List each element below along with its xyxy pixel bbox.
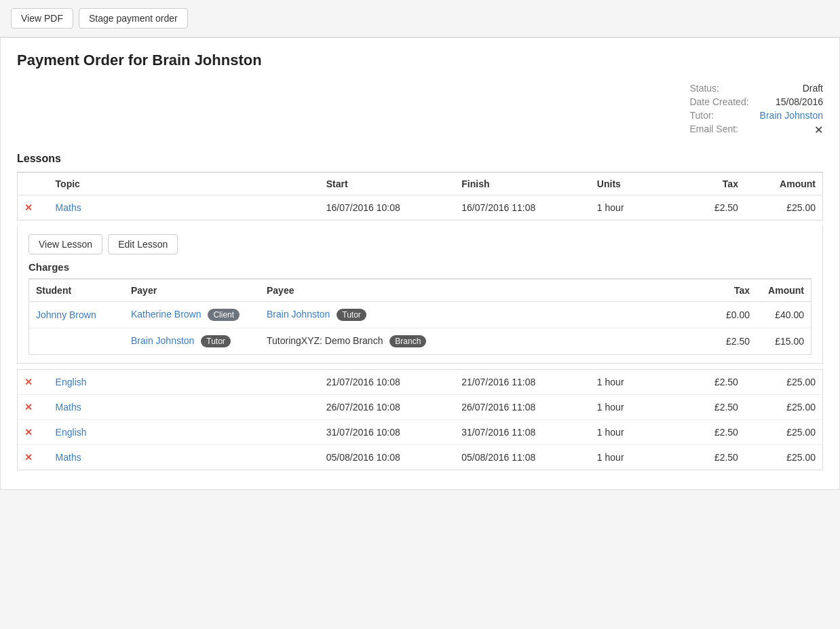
- table-row: ✕ English 21/07/2016 10:08 21/07/2016 11…: [18, 370, 822, 395]
- units-cell: 1 hour: [590, 445, 668, 470]
- charge-student-2: [29, 328, 124, 355]
- view-pdf-button[interactable]: View PDF: [11, 8, 73, 28]
- status-label: Status:: [689, 83, 748, 94]
- tutor-value[interactable]: Brain Johnston: [760, 110, 823, 121]
- charges-col-payee-header: Payee: [260, 280, 702, 302]
- email-sent-label: Email Sent:: [689, 123, 748, 136]
- charge-payee-2: TutoringXYZ: Demo Branch Branch: [260, 328, 702, 355]
- main-content: Payment Order for Brain Johnston Status:…: [0, 37, 840, 490]
- date-created-label: Date Created:: [689, 96, 748, 107]
- charges-table: Student Payer Payee Tax Amount Johnny Br…: [29, 279, 811, 354]
- branch-badge-2: Branch: [389, 335, 426, 347]
- remove-cell: ✕: [18, 395, 49, 420]
- charges-table-wrapper: Student Payer Payee Tax Amount Johnny Br…: [28, 278, 812, 355]
- charges-col-tax-header: Tax: [702, 280, 757, 302]
- charge-student-1: Johnny Brown: [29, 302, 124, 328]
- topic-link-5[interactable]: Maths: [56, 452, 81, 463]
- charges-col-payer-header: Payer: [124, 280, 260, 302]
- amount-cell: £25.00: [745, 420, 822, 445]
- remove-lesson-5-button[interactable]: ✕: [24, 452, 33, 463]
- start-cell: 31/07/2016 10:08: [320, 420, 455, 445]
- charge-payer-1: Katherine Brown Client: [124, 302, 260, 328]
- amount-cell: £25.00: [745, 370, 822, 395]
- finish-cell: 21/07/2016 11:08: [455, 370, 590, 395]
- col-start-header: Start: [320, 173, 455, 195]
- tutor-badge-2: Tutor: [201, 335, 231, 347]
- charge-student-link-1[interactable]: Johnny Brown: [36, 309, 96, 320]
- topic-cell: English: [49, 420, 320, 445]
- col-units-header: Units: [590, 173, 668, 195]
- remove-cell: ✕: [18, 195, 49, 221]
- start-cell: 21/07/2016 10:08: [320, 370, 455, 395]
- col-finish-header: Finish: [455, 173, 590, 195]
- lessons-table-header: Topic Start Finish Units Tax Amount ✕: [18, 172, 822, 220]
- charge-payer-link-2[interactable]: Brain Johnston: [131, 335, 194, 346]
- charge-payer-2: Brain Johnston Tutor: [124, 328, 260, 355]
- lesson-table-wrapper-1: Topic Start Finish Units Tax Amount ✕: [17, 172, 823, 221]
- tax-cell: £2.50: [668, 420, 745, 445]
- charge-tax-1: £0.00: [702, 302, 757, 328]
- topic-link-4[interactable]: English: [56, 427, 87, 438]
- status-table: Status: Draft Date Created: 15/08/2016 T…: [689, 83, 823, 136]
- finish-cell: 16/07/2016 11:08: [455, 195, 590, 221]
- tutor-label: Tutor:: [689, 110, 748, 121]
- charge-payee-link-1[interactable]: Brain Johnston: [267, 309, 330, 320]
- topic-link-3[interactable]: Maths: [56, 402, 81, 413]
- amount-cell: £25.00: [745, 395, 822, 420]
- charges-col-student-header: Student: [29, 280, 124, 302]
- expanded-lesson-section: View Lesson Edit Lesson Charges Student …: [17, 226, 823, 364]
- remove-lesson-2-button[interactable]: ✕: [24, 377, 33, 387]
- view-lesson-button[interactable]: View Lesson: [28, 234, 102, 254]
- charge-amount-1: £40.00: [757, 302, 811, 328]
- page-title: Payment Order for Brain Johnston: [17, 52, 823, 69]
- charge-payer-link-1[interactable]: Katherine Brown: [131, 309, 202, 320]
- topic-link-2[interactable]: English: [56, 377, 87, 387]
- remaining-lessons-table: ✕ English 21/07/2016 10:08 21/07/2016 11…: [18, 370, 822, 470]
- start-cell: 26/07/2016 10:08: [320, 395, 455, 420]
- charge-payee-text-2: TutoringXYZ: Demo Branch: [267, 335, 383, 346]
- lessons-title: Lessons: [17, 153, 823, 165]
- units-cell: 1 hour: [590, 395, 668, 420]
- charge-tax-2: £2.50: [702, 328, 757, 355]
- table-row: ✕ Maths 16/07/2016 10:08 16/07/2016 11:0…: [18, 195, 822, 221]
- start-cell: 16/07/2016 10:08: [320, 195, 455, 221]
- tutor-badge-1: Tutor: [337, 309, 366, 321]
- finish-cell: 26/07/2016 11:08: [455, 395, 590, 420]
- start-cell: 05/08/2016 10:08: [320, 445, 455, 470]
- col-amount-header: Amount: [745, 173, 822, 195]
- remove-lesson-button[interactable]: ✕: [24, 202, 33, 213]
- stage-payment-order-button[interactable]: Stage payment order: [79, 8, 188, 28]
- tax-cell: £2.50: [668, 395, 745, 420]
- col-tax-header: Tax: [668, 173, 745, 195]
- charge-payee-1: Brain Johnston Tutor: [260, 302, 702, 328]
- finish-cell: 05/08/2016 11:08: [455, 445, 590, 470]
- amount-cell: £25.00: [745, 195, 822, 221]
- email-sent-value: ✕: [760, 123, 823, 136]
- tax-cell: £2.50: [668, 370, 745, 395]
- client-badge-1: Client: [208, 309, 240, 321]
- units-cell: 1 hour: [590, 195, 668, 221]
- charge-row-1: Johnny Brown Katherine Brown Client Brai…: [29, 302, 811, 328]
- edit-lesson-button[interactable]: Edit Lesson: [108, 234, 178, 254]
- charges-col-amount-header: Amount: [757, 280, 811, 302]
- status-block: Status: Draft Date Created: 15/08/2016 T…: [17, 83, 823, 136]
- amount-cell: £25.00: [745, 445, 822, 470]
- col-topic-header: Topic: [49, 173, 320, 195]
- topic-cell: Maths: [49, 195, 320, 221]
- lessons-section: Lessons Topic Start Finish Units Tax Amo…: [17, 153, 823, 470]
- remove-lesson-4-button[interactable]: ✕: [24, 427, 33, 438]
- charges-title: Charges: [28, 261, 812, 273]
- units-cell: 1 hour: [590, 420, 668, 445]
- remove-cell: ✕: [18, 420, 49, 445]
- toolbar: View PDF Stage payment order: [0, 0, 840, 37]
- topic-cell: English: [49, 370, 320, 395]
- status-value: Draft: [760, 83, 823, 94]
- charge-amount-2: £15.00: [757, 328, 811, 355]
- remove-lesson-3-button[interactable]: ✕: [24, 402, 33, 413]
- topic-cell: Maths: [49, 445, 320, 470]
- table-row: ✕ Maths 05/08/2016 10:08 05/08/2016 11:0…: [18, 445, 822, 470]
- lesson-actions: View Lesson Edit Lesson: [28, 234, 812, 254]
- units-cell: 1 hour: [590, 370, 668, 395]
- topic-link[interactable]: Maths: [56, 202, 81, 213]
- remove-cell: ✕: [18, 370, 49, 395]
